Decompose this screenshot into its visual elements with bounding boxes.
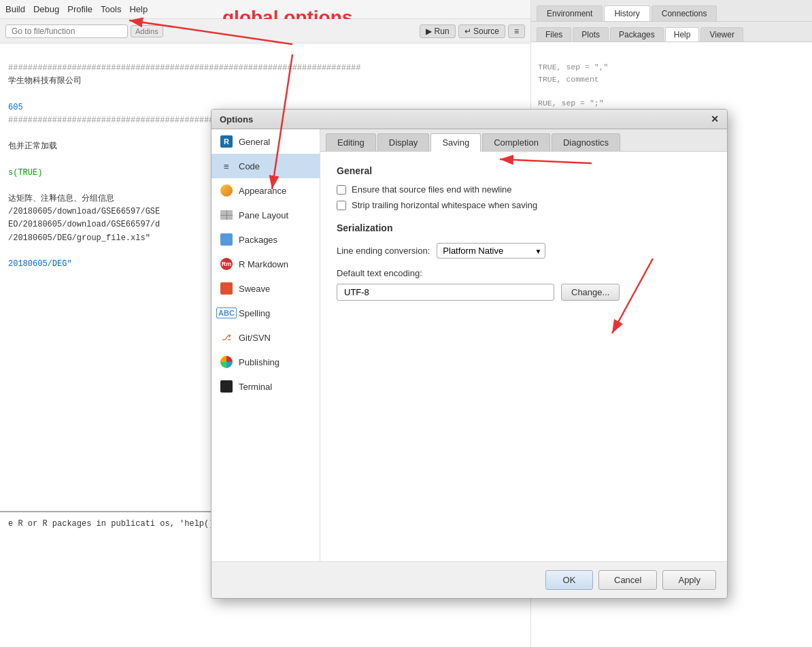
line-ending-label: Line ending conversion: <box>337 246 430 256</box>
dialog-body: R General ≡ Code Appearance Pane Layout <box>212 129 727 561</box>
checkbox-newline[interactable] <box>337 185 346 195</box>
tab-plots[interactable]: Plots <box>573 27 609 42</box>
checkbox-row-newline: Ensure that source files end with newlin… <box>337 184 711 195</box>
dialog-title: Options <box>220 114 253 125</box>
checkbox-row-whitespace: Strip trailing horizontal whitespace whe… <box>337 200 711 210</box>
menu-profile[interactable]: Profile <box>67 4 92 14</box>
sidebar-item-terminal[interactable]: Terminal <box>212 374 320 399</box>
source-button[interactable]: ↵ Source <box>458 24 505 38</box>
right-panel-tabs-top: Environment History Connections <box>531 0 812 22</box>
tab-saving[interactable]: Saving <box>430 133 481 152</box>
sidebar-label-rmd: R Markdown <box>239 259 288 269</box>
git-icon: ⎇ <box>220 331 233 344</box>
dialog-sidebar: R General ≡ Code Appearance Pane Layout <box>212 129 320 561</box>
menu-tools[interactable]: Tools <box>101 4 121 14</box>
sidebar-item-sweave[interactable]: Sweave <box>212 276 320 301</box>
packages-icon <box>220 233 233 246</box>
tab-packages[interactable]: Packages <box>610 27 664 42</box>
sidebar-label-general: General <box>239 137 270 147</box>
tab-environment[interactable]: Environment <box>537 5 603 21</box>
tab-display[interactable]: Display <box>377 133 430 151</box>
sidebar-label-packages: Packages <box>239 235 277 245</box>
tab-editing[interactable]: Editing <box>326 133 376 151</box>
sidebar-label-code: Code <box>239 161 260 171</box>
dialog-main: Editing Display Saving Completion Diagno… <box>320 129 727 561</box>
tab-completion[interactable]: Completion <box>482 133 550 151</box>
spell-icon: ABC <box>220 306 233 320</box>
serialization-divider: Serialization <box>337 222 711 233</box>
sidebar-label-git: Git/SVN <box>239 333 271 343</box>
sidebar-item-pane-layout[interactable]: Pane Layout <box>212 203 320 227</box>
code-icon: ≡ <box>220 159 233 173</box>
dialog-titlebar: Options ✕ <box>212 110 727 129</box>
run-button[interactable]: ▶ Run <box>420 24 455 38</box>
checkbox-whitespace[interactable] <box>337 201 346 210</box>
sidebar-item-r-markdown[interactable]: Rm R Markdown <box>212 252 320 276</box>
options-dialog: Options ✕ R General ≡ Code Appearance <box>211 109 728 599</box>
menu-build[interactable]: Build <box>5 4 25 14</box>
sidebar-label-sweave: Sweave <box>239 284 270 294</box>
addins-button[interactable]: Addins <box>131 25 163 37</box>
sidebar-item-spelling[interactable]: ABC Spelling <box>212 301 320 325</box>
encoding-input[interactable] <box>337 284 554 301</box>
options-dialog-overlay: Options ✕ R General ≡ Code Appearance <box>211 109 728 599</box>
line-ending-row: Line ending conversion: Platform Native … <box>337 243 711 259</box>
tab-diagnostics[interactable]: Diagnostics <box>552 133 620 151</box>
sidebar-item-publishing[interactable]: Publishing <box>212 350 320 374</box>
line-ending-select[interactable]: Platform Native Windows (CR/LF) Posix (L… <box>437 243 545 259</box>
tab-connections[interactable]: Connections <box>652 5 717 21</box>
sidebar-label-spelling: Spelling <box>239 308 270 318</box>
dialog-content-saving: General Ensure that source files end wit… <box>320 152 727 561</box>
cancel-button[interactable]: Cancel <box>598 570 657 590</box>
terminal-icon <box>220 380 233 393</box>
line-ending-select-wrapper: Platform Native Windows (CR/LF) Posix (L… <box>437 243 545 259</box>
r-icon: R <box>220 135 233 148</box>
source-toolbar: Addins ▶ Run ↵ Source ≡ <box>0 19 530 44</box>
sidebar-label-pane: Pane Layout <box>239 210 288 220</box>
sidebar-item-code[interactable]: ≡ Code <box>212 154 320 178</box>
sidebar-item-packages[interactable]: Packages <box>212 227 320 252</box>
dialog-close-icon[interactable]: ✕ <box>711 114 719 125</box>
change-encoding-button[interactable]: Change... <box>561 284 620 301</box>
general-section-title: General <box>337 165 711 176</box>
appearance-icon <box>220 184 233 197</box>
right-panel-tabs-bottom: Files Plots Packages Help Viewer <box>531 22 812 42</box>
go-to-file-input[interactable] <box>5 24 128 38</box>
apply-button[interactable]: Apply <box>662 570 716 590</box>
sweave-icon <box>220 282 233 295</box>
encoding-row: Change... <box>337 284 711 301</box>
default-encoding-label: Default text encoding: <box>337 268 422 278</box>
dialog-footer: OK Cancel Apply <box>212 561 727 598</box>
encoding-label-row: Default text encoding: <box>337 268 711 278</box>
serialization-section-title: Serialization <box>337 222 711 233</box>
pub-icon <box>220 355 233 369</box>
rmd-icon: Rm <box>220 257 233 271</box>
checkbox-whitespace-label: Strip trailing horizontal whitespace whe… <box>352 200 537 210</box>
pane-icon <box>220 208 233 222</box>
ok-button[interactable]: OK <box>545 570 593 590</box>
format-button[interactable]: ≡ <box>508 24 525 38</box>
tab-viewer[interactable]: Viewer <box>700 27 743 42</box>
dialog-tabs: Editing Display Saving Completion Diagno… <box>320 129 727 152</box>
sidebar-label-publishing: Publishing <box>239 357 280 367</box>
tab-history[interactable]: History <box>604 5 649 21</box>
sidebar-item-git-svn[interactable]: ⎇ Git/SVN <box>212 325 320 350</box>
menu-help[interactable]: Help <box>129 4 148 14</box>
checkbox-newline-label: Ensure that source files end with newlin… <box>352 184 512 195</box>
menu-debug[interactable]: Debug <box>33 4 59 14</box>
sidebar-item-general[interactable]: R General <box>212 129 320 154</box>
tab-files[interactable]: Files <box>537 27 571 42</box>
sidebar-label-appearance: Appearance <box>239 186 286 196</box>
sidebar-label-terminal: Terminal <box>239 382 272 392</box>
tab-help[interactable]: Help <box>665 27 700 42</box>
sidebar-item-appearance[interactable]: Appearance <box>212 178 320 203</box>
